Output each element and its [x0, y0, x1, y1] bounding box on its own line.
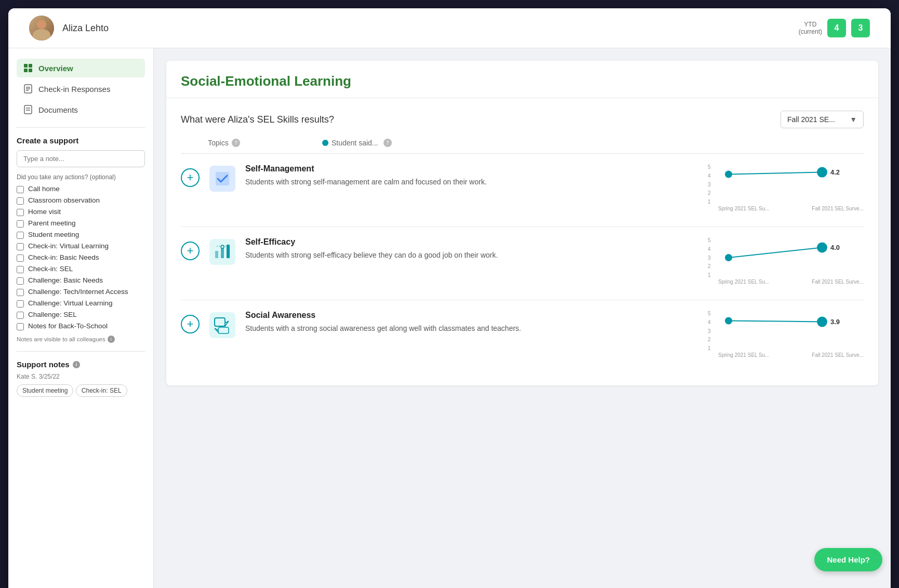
checkin-sel-label: Check-in: SEL	[28, 265, 73, 273]
ytd-badge-1[interactable]: 4	[827, 19, 846, 37]
sidebar-divider-2	[17, 351, 145, 352]
sidebar-item-documents[interactable]: Documents	[17, 100, 145, 119]
challenge-virtual-checkbox[interactable]	[17, 300, 24, 308]
social-awareness-x-label-1: Spring 2021 SEL Su...	[718, 352, 770, 358]
social-awareness-expand-btn[interactable]: +	[181, 315, 200, 333]
svg-point-13	[725, 171, 732, 178]
challenge-tech-checkbox[interactable]	[17, 289, 24, 296]
question-text: What were Aliza's SEL Skills results?	[181, 114, 334, 125]
self-efficacy-x-label-1: Spring 2021 SEL Su...	[718, 279, 770, 285]
self-efficacy-desc: Students with strong self-efficacy belie…	[245, 250, 697, 261]
action-call-home[interactable]: Call home	[17, 185, 145, 193]
action-notes-back-to-school[interactable]: Notes for Back-To-School	[17, 322, 145, 330]
self-efficacy-icon	[214, 244, 231, 260]
action-checkin-sel[interactable]: Check-in: SEL	[17, 265, 145, 273]
challenge-basic-needs-checkbox[interactable]	[17, 277, 24, 285]
self-management-desc: Students with strong self-management are…	[245, 177, 697, 188]
action-checkin-basic-needs[interactable]: Check-in: Basic Needs	[17, 253, 145, 262]
challenge-virtual-label: Challenge: Virtual Learning	[28, 299, 113, 307]
self-management-x-label-1: Spring 2021 SEL Su...	[718, 206, 770, 211]
dropdown-label: Fall 2021 SE...	[787, 115, 835, 124]
checkin-virtual-checkbox[interactable]	[17, 243, 24, 250]
svg-text:4.0: 4.0	[830, 244, 840, 251]
svg-rect-25	[215, 318, 225, 326]
col-student-said-header: Student said... ?	[322, 139, 864, 147]
svg-line-21	[729, 248, 822, 258]
self-management-x-label-2: Fall 2021 SEL Surve...	[812, 206, 864, 211]
card-inner: What were Aliza's SEL Skills results? Fa…	[166, 98, 878, 385]
ytd-section: YTD(current) 4 3	[799, 19, 870, 37]
action-challenge-basic-needs[interactable]: Challenge: Basic Needs	[17, 276, 145, 285]
actions-label: Did you take any actions? (optional)	[17, 173, 145, 181]
social-awareness-description: Social Awareness Students with a strong …	[245, 311, 697, 334]
student-said-dot	[322, 140, 328, 146]
action-challenge-virtual[interactable]: Challenge: Virtual Learning	[17, 299, 145, 308]
sidebar-divider-1	[17, 127, 145, 128]
create-support-title: Create a support	[17, 136, 145, 145]
self-management-chart: 5 4 3 2 1	[708, 164, 864, 216]
parent-meeting-checkbox[interactable]	[17, 220, 24, 228]
self-efficacy-chart-svg: 4.0	[718, 237, 843, 278]
student-said-help-icon: ?	[384, 139, 392, 147]
classroom-observation-checkbox[interactable]	[17, 197, 24, 205]
documents-label: Documents	[38, 105, 78, 114]
svg-rect-8	[24, 105, 32, 114]
home-visit-checkbox[interactable]	[17, 209, 24, 216]
action-checkin-virtual[interactable]: Check-in: Virtual Learning	[17, 242, 145, 250]
self-management-expand-btn[interactable]: +	[181, 168, 200, 187]
content-area: Social-Emotional Learning What were Aliz…	[154, 48, 891, 588]
svg-rect-18	[227, 245, 230, 258]
social-awareness-title: Social Awareness	[245, 311, 697, 320]
self-efficacy-expand-btn[interactable]: +	[181, 242, 200, 260]
sel-period-dropdown[interactable]: Fall 2021 SE... ▼	[781, 111, 864, 128]
main-card: Social-Emotional Learning What were Aliz…	[166, 61, 878, 385]
self-management-chart-svg: 4.2	[718, 164, 843, 205]
checkin-icon	[23, 84, 33, 94]
action-challenge-sel[interactable]: Challenge: SEL	[17, 311, 145, 319]
social-awareness-x-label-2: Fall 2021 SEL Surve...	[812, 352, 864, 358]
support-tag-student-meeting[interactable]: Student meeting	[17, 384, 73, 397]
note-input[interactable]	[17, 150, 145, 167]
notes-back-to-school-checkbox[interactable]	[17, 323, 24, 330]
self-management-description: Self-Management Students with strong sel…	[245, 164, 697, 188]
action-parent-meeting[interactable]: Parent meeting	[17, 219, 145, 228]
support-note-meta: Kate S. 3/25/22	[17, 373, 145, 380]
student-meeting-checkbox[interactable]	[17, 232, 24, 239]
call-home-label: Call home	[28, 185, 60, 193]
call-home-checkbox[interactable]	[17, 186, 24, 193]
checkin-basic-needs-checkbox[interactable]	[17, 255, 24, 262]
sel-row-social-awareness: + Socia	[181, 300, 864, 373]
chevron-down-icon: ▼	[850, 115, 857, 124]
col-topics-header: Topics ?	[208, 139, 322, 147]
self-management-icon-area	[208, 164, 237, 193]
svg-rect-16	[215, 251, 218, 258]
support-notes-info-icon: i	[73, 361, 80, 368]
action-classroom-observation[interactable]: Classroom observation	[17, 196, 145, 205]
svg-rect-3	[29, 69, 32, 72]
challenge-sel-checkbox[interactable]	[17, 312, 24, 319]
need-help-button[interactable]: Need Help?	[814, 548, 882, 571]
svg-rect-26	[218, 327, 229, 333]
sel-row-self-efficacy: +	[181, 227, 864, 300]
sidebar-item-checkin[interactable]: Check-in Responses	[17, 79, 145, 98]
ytd-label: YTD(current)	[799, 21, 822, 36]
support-tag-checkin-sel[interactable]: Check-in: SEL	[76, 384, 127, 397]
challenge-tech-label: Challenge: Tech/Internet Access	[28, 288, 128, 296]
checkin-sel-checkbox[interactable]	[17, 266, 24, 273]
ytd-badge-2[interactable]: 3	[851, 19, 870, 37]
svg-line-27	[729, 321, 822, 322]
action-home-visit[interactable]: Home visit	[17, 208, 145, 216]
notes-back-to-school-label: Notes for Back-To-School	[28, 322, 108, 330]
social-awareness-chart: 5 4 3 2 1	[708, 311, 864, 363]
action-challenge-tech[interactable]: Challenge: Tech/Internet Access	[17, 288, 145, 296]
documents-icon	[23, 104, 33, 115]
svg-point-29	[817, 316, 827, 327]
top-header: Aliza Lehto YTD(current) 4 3	[8, 8, 891, 48]
svg-rect-2	[24, 69, 28, 72]
self-efficacy-icon-area	[208, 237, 237, 266]
social-awareness-icon-area	[208, 311, 237, 340]
svg-point-22	[725, 254, 732, 261]
checkin-label: Check-in Responses	[38, 85, 110, 93]
action-student-meeting[interactable]: Student meeting	[17, 231, 145, 239]
sidebar-item-overview[interactable]: Overview	[17, 59, 145, 77]
